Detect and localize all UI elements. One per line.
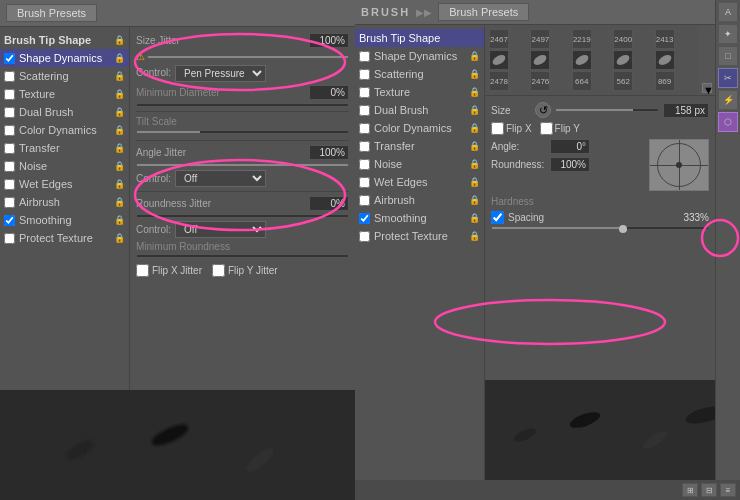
sidebar-item-transfer[interactable]: Transfer 🔒: [0, 139, 129, 157]
right-sidebar-item-dual-brush[interactable]: Dual Brush 🔒: [355, 101, 484, 119]
sidebar-item-scattering[interactable]: Scattering 🔒: [0, 67, 129, 85]
r-color-dynamics-checkbox[interactable]: [359, 123, 370, 134]
size-jitter-slider[interactable]: [147, 55, 349, 59]
wet-edges-checkbox[interactable]: [4, 179, 15, 190]
brush-cell-14[interactable]: 869: [655, 71, 675, 91]
sidebar-item-color-dynamics[interactable]: Color Dynamics 🔒: [0, 121, 129, 139]
roundness-value-input[interactable]: [550, 157, 590, 172]
r-noise-checkbox[interactable]: [359, 159, 370, 170]
brush-cell-3[interactable]: 2400: [613, 29, 633, 49]
brush-cell-9[interactable]: [655, 50, 675, 70]
sidebar-item-brush-tip-shape[interactable]: Brush Tip Shape 🔒: [0, 31, 129, 49]
scattering-checkbox[interactable]: [4, 71, 15, 82]
size-value-input[interactable]: [663, 103, 709, 118]
brush-cell-2[interactable]: 2219: [572, 29, 592, 49]
sidebar-item-smoothing[interactable]: Smoothing 🔒: [0, 211, 129, 229]
grid-scrollbar[interactable]: ▼: [699, 25, 715, 95]
right-sidebar-item-color-dynamics[interactable]: Color Dynamics 🔒: [355, 119, 484, 137]
brush-cell-8[interactable]: [613, 50, 633, 70]
tool-btn-square[interactable]: □: [718, 46, 738, 66]
right-sidebar-item-brush-tip[interactable]: Brush Tip Shape: [355, 29, 484, 47]
bottom-btn-3[interactable]: ≡: [720, 483, 736, 497]
angle-jitter-slider[interactable]: [136, 163, 349, 167]
angle-value-input[interactable]: [550, 139, 590, 154]
scroll-down-btn[interactable]: ▼: [702, 83, 712, 93]
r-transfer-checkbox[interactable]: [359, 141, 370, 152]
angle-jitter-value[interactable]: [309, 145, 349, 160]
crosshair-widget[interactable]: [649, 139, 709, 191]
flip-y-checkbox[interactable]: [540, 122, 553, 135]
roundness-jitter-value[interactable]: [309, 196, 349, 211]
right-sidebar-item-protect-texture[interactable]: Protect Texture 🔒: [355, 227, 484, 245]
tool-btn-plug[interactable]: ⬡: [718, 112, 738, 132]
tilt-scale-slider[interactable]: [136, 130, 349, 134]
brush-cell-11[interactable]: 2476: [530, 71, 550, 91]
right-sidebar-item-smoothing[interactable]: Smoothing 🔒: [355, 209, 484, 227]
spacing-slider[interactable]: [491, 226, 709, 230]
r-dual-brush-checkbox[interactable]: [359, 105, 370, 116]
tool-btn-bolt[interactable]: ⚡: [718, 90, 738, 110]
angle-jitter-control-select[interactable]: Off Pen Pressure Fade: [175, 170, 266, 187]
r-airbrush-checkbox[interactable]: [359, 195, 370, 206]
r-texture-checkbox[interactable]: [359, 87, 370, 98]
brush-cell-10[interactable]: 2478: [489, 71, 509, 91]
bottom-btn-1[interactable]: ⊞: [682, 483, 698, 497]
brush-cell-1[interactable]: 2497: [530, 29, 550, 49]
sidebar-item-noise[interactable]: Noise 🔒: [0, 157, 129, 175]
flip-y-jitter-checkbox[interactable]: [212, 264, 225, 277]
airbrush-checkbox[interactable]: [4, 197, 15, 208]
roundness-jitter-control-select[interactable]: Off Pen Pressure: [175, 221, 266, 238]
tool-btn-scissors[interactable]: ✂: [718, 68, 738, 88]
right-sidebar-item-scattering[interactable]: Scattering 🔒: [355, 65, 484, 83]
size-refresh-btn[interactable]: ↺: [535, 102, 551, 118]
dual-brush-checkbox[interactable]: [4, 107, 15, 118]
r-wet-edges-checkbox[interactable]: [359, 177, 370, 188]
spacing-checkbox[interactable]: [491, 211, 504, 224]
tool-btn-a[interactable]: A: [718, 2, 738, 22]
color-dynamics-checkbox[interactable]: [4, 125, 15, 136]
sidebar-item-dual-brush[interactable]: Dual Brush 🔒: [0, 103, 129, 121]
roundness-jitter-slider[interactable]: [136, 214, 349, 218]
min-diameter-value[interactable]: [309, 85, 349, 100]
brush-presets-button-left[interactable]: Brush Presets: [6, 4, 97, 22]
right-sidebar-item-texture[interactable]: Texture 🔒: [355, 83, 484, 101]
noise-checkbox[interactable]: [4, 161, 15, 172]
r-smoothing-checkbox[interactable]: [359, 213, 370, 224]
tool-btn-star[interactable]: ✦: [718, 24, 738, 44]
brush-cell-13[interactable]: 562: [613, 71, 633, 91]
brush-cell-4[interactable]: 2413: [655, 29, 675, 49]
sidebar-item-texture[interactable]: Texture 🔒: [0, 85, 129, 103]
size-slider[interactable]: [555, 108, 659, 112]
right-sidebar-item-airbrush[interactable]: Airbrush 🔒: [355, 191, 484, 209]
smoothing-checkbox[interactable]: [4, 215, 15, 226]
brush-cell-12[interactable]: 664: [572, 71, 592, 91]
flip-x-checkbox[interactable]: [491, 122, 504, 135]
sidebar-item-protect-texture[interactable]: Protect Texture 🔒: [0, 229, 129, 247]
sidebar-item-shape-dynamics[interactable]: Shape Dynamics 🔒: [0, 49, 129, 67]
r-scattering-checkbox[interactable]: [359, 69, 370, 80]
protect-texture-checkbox[interactable]: [4, 233, 15, 244]
right-sidebar-item-noise[interactable]: Noise 🔒: [355, 155, 484, 173]
min-diameter-slider[interactable]: [136, 103, 349, 107]
brush-cell-6[interactable]: [530, 50, 550, 70]
right-sidebar-item-transfer[interactable]: Transfer 🔒: [355, 137, 484, 155]
flip-x-jitter-checkbox[interactable]: [136, 264, 149, 277]
right-sidebar-item-shape-dynamics[interactable]: Shape Dynamics 🔒: [355, 47, 484, 65]
size-jitter-value[interactable]: [309, 33, 349, 48]
bottom-btn-2[interactable]: ⊟: [701, 483, 717, 497]
shape-dynamics-checkbox[interactable]: [4, 53, 15, 64]
brush-cell-7[interactable]: [572, 50, 592, 70]
sidebar-item-wet-edges[interactable]: Wet Edges 🔒: [0, 175, 129, 193]
r-protect-texture-checkbox[interactable]: [359, 231, 370, 242]
transfer-checkbox[interactable]: [4, 143, 15, 154]
min-roundness-slider[interactable]: [136, 254, 349, 258]
size-jitter-control-select[interactable]: Pen Pressure Off Fade Pen Tilt: [175, 65, 266, 82]
brush-cell-5[interactable]: [489, 50, 509, 70]
right-sidebar-item-wet-edges[interactable]: Wet Edges 🔒: [355, 173, 484, 191]
brush-presets-button-right[interactable]: Brush Presets: [438, 3, 529, 21]
sidebar-item-airbrush[interactable]: Airbrush 🔒: [0, 193, 129, 211]
brush-cell-0[interactable]: 2467: [489, 29, 509, 49]
spacing-thumb[interactable]: [619, 225, 627, 233]
texture-checkbox[interactable]: [4, 89, 15, 100]
r-shape-dynamics-checkbox[interactable]: [359, 51, 370, 62]
